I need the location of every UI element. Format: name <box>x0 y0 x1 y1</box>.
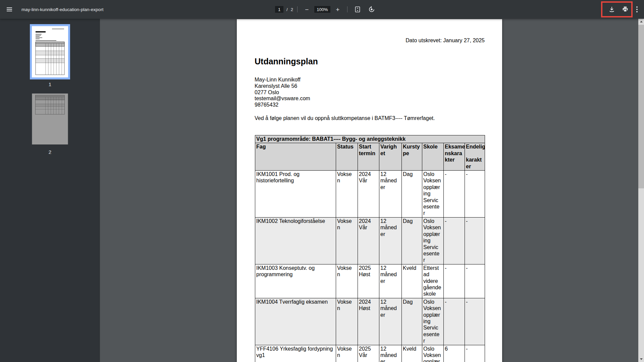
table-cell: - <box>465 264 485 298</box>
table-cell: - <box>465 217 485 264</box>
menu-button[interactable] <box>3 3 16 16</box>
toolbar-divider <box>297 6 298 12</box>
table-cell: Oslo Voksen opplær ing Servic esente r <box>422 171 444 218</box>
table-cell: Vokse n <box>336 298 358 345</box>
table-cell: Oslo Voksen opplær ing Servic esente r <box>422 345 444 362</box>
program-area-band: Vg1 programområde: BABAT1---- Bygg- og a… <box>255 135 485 143</box>
intro-sentence: Ved å følge planen vil du oppnå sluttkom… <box>255 115 485 121</box>
table-band-row: Vg1 programområde: BABAT1---- Bygg- og a… <box>255 135 485 143</box>
print-button[interactable] <box>619 3 632 16</box>
table-cell: - <box>465 298 485 345</box>
table-cell: Etterst ad videre gående skole <box>422 264 444 298</box>
printed-date-line: Dato utskrevet: January 27, 2025 <box>255 38 485 44</box>
table-cell: - <box>444 298 465 345</box>
table-row: YFF4106 Yrkesfaglig fordypning vg1 Vokse… <box>255 345 485 362</box>
table-row: IKM1001 Prod. og historiefortelling Voks… <box>255 171 485 218</box>
table-cell: 12 måned er <box>379 298 402 345</box>
fit-to-page-icon <box>354 6 361 13</box>
table-header-cell: Skole <box>422 143 444 171</box>
rotate-button[interactable] <box>366 3 378 15</box>
recipient-street: Karenslyst Alle 56 <box>255 83 310 89</box>
table-cell: - <box>444 264 465 298</box>
page-1-thumbnail[interactable] <box>30 24 70 79</box>
fit-to-page-button[interactable] <box>352 3 364 15</box>
print-icon <box>622 6 629 13</box>
toolbar-divider <box>347 6 347 12</box>
table-cell: 12 måned er <box>379 217 402 264</box>
table-cell: Kveld <box>402 345 422 362</box>
vertical-scrollbar[interactable] <box>638 19 644 362</box>
download-button[interactable] <box>605 3 619 16</box>
page-2-thumbnail[interactable] <box>32 94 68 144</box>
plus-icon: + <box>336 6 339 13</box>
table-cell: IKM1001 Prod. og historiefortelling <box>255 171 336 218</box>
table-header-cell: Start termin <box>358 143 379 171</box>
table-cell: Vokse n <box>336 264 358 298</box>
table-cell: Oslo Voksen opplær ing Servic esente r <box>422 217 444 264</box>
kebab-menu-icon <box>634 6 640 13</box>
table-cell: 2024 Høst <box>358 298 379 345</box>
recipient-email: testemail@vsware.com <box>255 96 310 102</box>
table-cell: 12 måned er <box>379 264 402 298</box>
page-2-thumbnail-label: 2 <box>0 149 100 155</box>
page-title: Utdanningsplan <box>255 57 318 66</box>
recipient-phone: 98765432 <box>255 102 310 108</box>
table-cell: Vokse n <box>336 217 358 264</box>
table-row: IKM1003 Konseptutv. og programmering Vok… <box>255 264 485 298</box>
education-plan-table: Vg1 programområde: BABAT1---- Bygg- og a… <box>255 135 485 362</box>
recipient-name: May-Linn Kunnikoff <box>255 77 310 83</box>
table-cell: 12 måned er <box>379 345 402 362</box>
pdf-toolbar: may-linn-kunnikoff-education-plan-export… <box>0 0 644 19</box>
page-2-preview-graphic <box>32 94 68 144</box>
scroll-down-arrow-icon <box>640 358 643 360</box>
table-cell: IKM1002 Teknologiforståelse <box>255 217 336 264</box>
table-header-cell: Varigh et <box>379 143 402 171</box>
scroll-up-button[interactable] <box>638 19 644 24</box>
page-1-preview-graphic <box>32 26 68 77</box>
scrollbar-thumb[interactable] <box>638 25 644 188</box>
table-header-cell: Endelig karakt er <box>465 143 485 171</box>
download-icon <box>608 6 615 13</box>
zoom-level-input[interactable]: 100% <box>314 6 330 13</box>
table-cell: Oslo Voksen opplær ing Servic esente r <box>422 298 444 345</box>
table-cell: Vokse n <box>336 345 358 362</box>
table-cell: 2024 Vår <box>358 171 379 218</box>
table-cell: - <box>444 171 465 218</box>
table-cell: Kveld <box>402 264 422 298</box>
table-cell: - <box>444 217 465 264</box>
table-cell: 6 <box>444 345 465 362</box>
page-separator: / <box>286 7 288 12</box>
page-total: 2 <box>291 7 293 12</box>
rotate-counterclockwise-icon <box>368 6 375 13</box>
table-cell: - <box>465 171 485 218</box>
table-cell: 12 måned er <box>379 171 402 218</box>
table-row: IKM1002 Teknologiforståelse Vokse n 2024… <box>255 217 485 264</box>
table-header-cell: Eksame nskara kter <box>444 143 465 171</box>
toolbar-right-group <box>605 3 642 16</box>
table-cell: IKM1004 Tverrfaglig eksamen <box>255 298 336 345</box>
table-cell: Dag <box>402 171 422 218</box>
hamburger-menu-icon <box>6 6 13 13</box>
page-number-input[interactable] <box>275 6 283 13</box>
table-header-cell: Fag <box>255 143 336 171</box>
zoom-out-button[interactable]: − <box>302 4 312 15</box>
more-options-button[interactable] <box>632 3 642 16</box>
pdf-viewer-window: may-linn-kunnikoff-education-plan-export… <box>0 0 644 362</box>
table-cell: Dag <box>402 298 422 345</box>
pdf-page-1: Dato utskrevet: January 27, 2025 Utdanni… <box>237 19 502 362</box>
table-header-cell: Status <box>336 143 358 171</box>
table-row: IKM1004 Tverrfaglig eksamen Vokse n 2024… <box>255 298 485 345</box>
table-cell: IKM1003 Konseptutv. og programmering <box>255 264 336 298</box>
table-cell: 2025 Høst <box>358 264 379 298</box>
page-1-thumbnail-label: 1 <box>0 81 100 87</box>
table-cell: Dag <box>402 217 422 264</box>
table-cell: Vokse n <box>336 171 358 218</box>
zoom-in-button[interactable]: + <box>332 4 343 15</box>
recipient-postal-city: 0277 Oslo <box>255 89 310 96</box>
scroll-up-arrow-icon <box>640 21 643 22</box>
recipient-block: May-Linn Kunnikoff Karenslyst Alle 56 02… <box>255 77 310 108</box>
table-cell: - <box>465 345 485 362</box>
scroll-down-button[interactable] <box>638 356 644 362</box>
toolbar-center-group: / 2 − 100% + <box>275 0 378 19</box>
table-header-row: Fag Status Start termin Varigh et Kursty… <box>255 143 485 171</box>
